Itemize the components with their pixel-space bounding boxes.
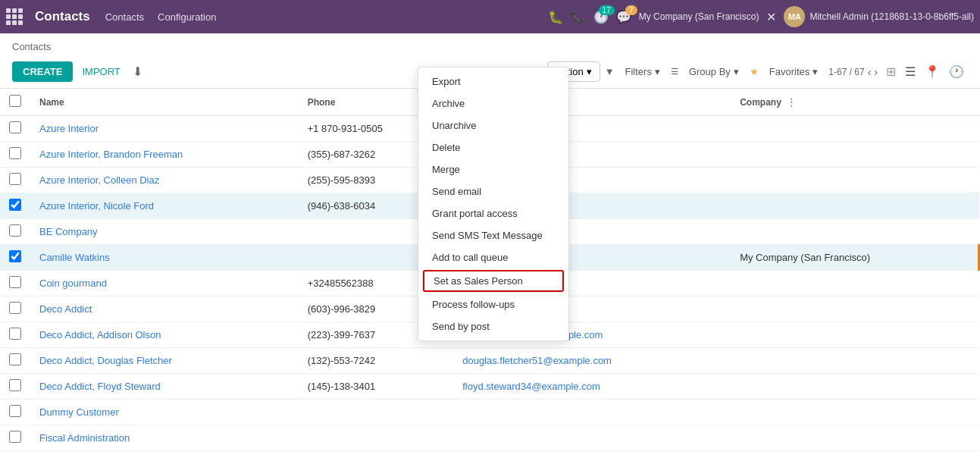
row-checkbox[interactable] — [9, 250, 21, 262]
contact-name[interactable]: Fiscal Administration — [39, 432, 130, 444]
contact-company — [731, 142, 978, 168]
msg-badge: 7 — [625, 5, 637, 15]
groupby-label: Group By — [689, 66, 731, 77]
action-item-send_sms[interactable]: Send SMS Text Message — [418, 224, 568, 246]
topnav-icons: 🐛 📞 🕐17 💬7 My Company (San Francisco) ✕ … — [548, 6, 974, 27]
column-options-icon[interactable]: ⋮ — [787, 97, 796, 108]
row-checkbox[interactable] — [9, 121, 21, 133]
prev-page-button[interactable]: ‹ — [868, 66, 872, 78]
action-item-export[interactable]: Export — [418, 71, 568, 93]
contact-name[interactable]: Deco Addict, Floyd Steward — [39, 381, 161, 392]
filters-caret: ▾ — [655, 66, 660, 77]
action-item-send_email[interactable]: Send email — [418, 180, 568, 202]
user-menu[interactable]: MA Mitchell Admin (1218681-13-0-8b6ff5-a… — [784, 6, 974, 27]
action-dropdown: ExportArchiveUnarchiveDeleteMergeSend em… — [418, 67, 569, 341]
contact-name[interactable]: Azure Interior, Colleen Diaz — [39, 174, 159, 186]
top-menu: Contacts Configuration — [105, 11, 539, 23]
filters-button[interactable]: Filters ▾ — [619, 62, 666, 81]
col-company: Company ⋮ — [731, 89, 978, 116]
action-item-unarchive[interactable]: Unarchive — [418, 114, 568, 136]
action-item-archive[interactable]: Archive — [418, 93, 568, 114]
contact-email — [453, 425, 731, 451]
bug-icon[interactable]: 🐛 — [548, 10, 563, 24]
avatar: MA — [784, 6, 805, 27]
action-item-send_post[interactable]: Send by post — [418, 315, 568, 337]
contact-name[interactable]: Azure Interior, Nicole Ford — [39, 200, 154, 212]
row-checkbox[interactable] — [9, 328, 21, 340]
table-row: Deco Addict, Floyd Steward(145)-138-3401… — [0, 374, 979, 400]
favorites-label: Favorites — [769, 66, 809, 77]
breadcrumb: Contacts — [0, 33, 980, 57]
contact-company — [731, 193, 978, 219]
company-selector[interactable]: My Company (San Francisco) — [639, 11, 759, 22]
message-icon[interactable]: 💬7 — [616, 10, 631, 24]
action-item-merge[interactable]: Merge — [418, 158, 568, 180]
close-icon[interactable]: ✕ — [766, 10, 776, 24]
row-checkbox[interactable] — [9, 379, 21, 391]
contact-company — [731, 271, 978, 296]
contact-name[interactable]: Dummy Customer — [39, 406, 119, 418]
action-item-set_sales[interactable]: Set as Sales Person — [423, 270, 564, 292]
map-view-button[interactable]: 📍 — [921, 62, 944, 81]
action-item-add_call[interactable]: Add to call queue — [418, 246, 568, 268]
contact-name[interactable]: Deco Addict, Douglas Fletcher — [39, 355, 172, 366]
import-button[interactable]: IMPORT — [79, 61, 123, 82]
kanban-view-button[interactable]: ⊞ — [882, 62, 900, 81]
contact-company — [731, 296, 978, 322]
row-checkbox[interactable] — [9, 431, 21, 443]
contact-name[interactable]: Azure Interior, Brandon Freeman — [39, 149, 183, 160]
activity-view-button[interactable]: 🕐 — [945, 62, 968, 81]
action-item-delete[interactable]: Delete — [418, 136, 568, 158]
toolbar-right: Action ▾ ▼ Filters ▾ ☰ Group By ▾ ★ Favo… — [547, 61, 968, 82]
select-all-checkbox[interactable] — [9, 95, 21, 107]
col-name: Name — [30, 89, 299, 116]
contact-company — [731, 116, 978, 142]
row-checkbox[interactable] — [9, 405, 21, 417]
table-row: Fiscal Administration — [0, 425, 979, 451]
row-checkbox[interactable] — [9, 353, 21, 365]
favorites-star: ★ — [750, 66, 759, 77]
table-row: Deco Addict, Douglas Fletcher(132)-553-7… — [0, 348, 979, 374]
list-view-button[interactable]: ☰ — [901, 62, 919, 81]
user-name: Mitchell Admin (1218681-13-0-8b6ff5-all) — [809, 11, 974, 22]
contact-name[interactable]: BE Company — [39, 226, 98, 237]
phone-icon[interactable]: 📞 — [571, 10, 586, 24]
contact-name[interactable]: Deco Addict — [39, 303, 92, 315]
row-checkbox[interactable] — [9, 173, 21, 185]
contact-email: douglas.fletcher51@example.com — [453, 348, 731, 374]
groupby-icon: ☰ — [671, 67, 678, 77]
clock-badge: 17 — [599, 5, 615, 15]
app-grid-icon[interactable] — [6, 8, 23, 25]
contact-name[interactable]: Coin gourmand — [39, 278, 107, 289]
favorites-button[interactable]: Favorites ▾ — [763, 62, 824, 81]
contact-phone — [299, 400, 454, 425]
action-item-process_followups[interactable]: Process follow-ups — [418, 293, 568, 315]
contact-company — [731, 400, 978, 425]
row-checkbox[interactable] — [9, 276, 21, 288]
table-row: Dummy Customer — [0, 400, 979, 425]
download-button[interactable]: ⬇ — [130, 61, 146, 82]
contact-name[interactable]: Azure Interior — [39, 123, 99, 134]
contact-email: floyd.steward34@example.com — [453, 374, 731, 400]
row-checkbox[interactable] — [9, 224, 21, 237]
app-name: Contacts — [35, 9, 90, 24]
menu-configuration[interactable]: Configuration — [158, 11, 216, 23]
row-checkbox[interactable] — [9, 147, 21, 159]
next-page-button[interactable]: › — [874, 66, 878, 78]
groupby-caret: ▾ — [734, 66, 739, 77]
menu-contacts[interactable]: Contacts — [105, 11, 144, 23]
row-checkbox[interactable] — [9, 302, 21, 314]
favorites-caret: ▾ — [812, 66, 818, 77]
contact-name[interactable]: Camille Watkins — [39, 252, 110, 263]
clock-icon[interactable]: 🕐17 — [593, 10, 609, 24]
action-item-grant_portal[interactable]: Grant portal access — [418, 202, 568, 224]
pagination-range: 1-67 / 67 — [828, 67, 864, 77]
contact-company — [731, 348, 978, 374]
row-checkbox[interactable] — [9, 199, 21, 211]
contact-company — [731, 322, 978, 348]
create-button[interactable]: CREATE — [12, 61, 73, 82]
contact-company: My Company (San Francisco) — [731, 245, 978, 271]
page-content: Contacts CREATE IMPORT ⬇ Action ▾ ▼ Filt… — [0, 33, 980, 458]
contact-name[interactable]: Deco Addict, Addison Olson — [39, 329, 161, 340]
groupby-button[interactable]: Group By ▾ — [683, 62, 745, 81]
